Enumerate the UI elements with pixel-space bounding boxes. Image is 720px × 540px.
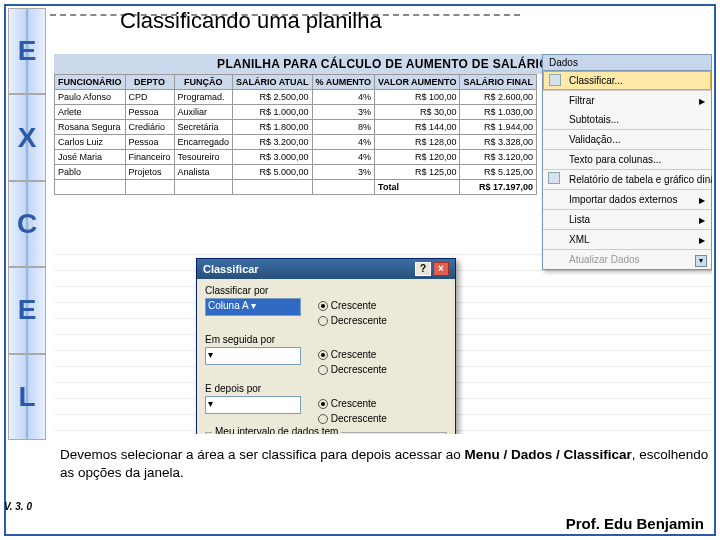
chevron-right-icon: ▶	[699, 214, 705, 227]
menu-item-validacao[interactable]: Validação...	[543, 129, 711, 149]
menu-tab-dados[interactable]: Dados	[543, 55, 711, 71]
salary-table[interactable]: FUNCIONÁRIO DEPTO FUNÇÃO SALÁRIO ATUAL %…	[54, 74, 537, 195]
chevron-right-icon: ▶	[699, 194, 705, 207]
pivot-icon	[548, 172, 560, 184]
side-letter: X	[8, 94, 46, 180]
slide-caption: Devemos selecionar a área a ser classifi…	[60, 446, 710, 482]
sort-dialog[interactable]: Classificar ? × Classificar por Coluna A…	[196, 258, 456, 434]
menu-item-filtrar[interactable]: Filtrar▶	[543, 90, 711, 110]
col-header[interactable]: SALÁRIO FINAL	[460, 75, 537, 90]
col-header[interactable]: FUNÇÃO	[174, 75, 233, 90]
sort-by-select[interactable]: Coluna A ▾	[205, 298, 301, 316]
dialog-title: Classificar	[203, 263, 259, 275]
professor-label: Prof. Edu Benjamin	[566, 515, 704, 532]
help-button[interactable]: ?	[415, 262, 431, 276]
then-by-label: Em seguida por	[205, 334, 447, 345]
col-header[interactable]: VALOR AUMENTO	[375, 75, 460, 90]
side-letter: E	[8, 8, 46, 94]
slide-title: Classificando uma planilha	[120, 8, 382, 34]
menu-expand-icon[interactable]: ▾	[695, 255, 707, 267]
table-row[interactable]: Carlos LuizPessoaEncarregadoR$ 3.200,004…	[55, 135, 537, 150]
range-legend: Meu intervalo de dados tem	[212, 426, 341, 434]
table-row[interactable]: Rosana SeguraCrediárioSecretáriaR$ 1.800…	[55, 120, 537, 135]
table-row[interactable]: Paulo AfonsoCPDProgramad.R$ 2.500,004%R$…	[55, 90, 537, 105]
menu-item-xml[interactable]: XML▶	[543, 229, 711, 249]
data-menu[interactable]: Dados Classificar... Filtrar▶ Subtotais.…	[542, 54, 712, 270]
table-row[interactable]: PabloProjetosAnalistaR$ 5.000,003%R$ 125…	[55, 165, 537, 180]
sort-icon	[549, 74, 561, 86]
menu-item-atualizar: Atualizar Dados	[543, 249, 711, 269]
then-by2-label: E depois por	[205, 383, 447, 394]
side-letter: L	[8, 354, 46, 440]
dialog-titlebar[interactable]: Classificar ? ×	[197, 259, 455, 279]
spreadsheet-area: PLANILHA PARA CÁLCULO DE AUMENTO DE SALÁ…	[54, 54, 712, 434]
radio-asc3[interactable]	[318, 399, 328, 409]
col-header[interactable]: % AUMENTO	[312, 75, 375, 90]
radio-desc[interactable]	[318, 316, 328, 326]
menu-item-subtotais[interactable]: Subtotais...	[543, 110, 711, 129]
then-by2-select[interactable]: ▾	[205, 396, 301, 414]
radio-asc[interactable]	[318, 301, 328, 311]
table-row[interactable]: ArletePessoaAuxiliarR$ 1.000,003%R$ 30,0…	[55, 105, 537, 120]
chevron-right-icon: ▶	[699, 234, 705, 247]
total-row[interactable]: TotalR$ 17.197,00	[55, 180, 537, 195]
sort-by-label: Classificar por	[205, 285, 447, 296]
side-letter: E	[8, 267, 46, 353]
col-header[interactable]: SALÁRIO ATUAL	[233, 75, 313, 90]
radio-desc2[interactable]	[318, 365, 328, 375]
radio-asc2[interactable]	[318, 350, 328, 360]
chevron-right-icon: ▶	[699, 95, 705, 108]
menu-item-lista[interactable]: Lista▶	[543, 209, 711, 229]
version-label: V. 3. 0	[4, 501, 32, 512]
menu-item-classificar[interactable]: Classificar...	[543, 71, 711, 90]
close-button[interactable]: ×	[433, 262, 449, 276]
menu-item-importar[interactable]: Importar dados externos▶	[543, 189, 711, 209]
col-header[interactable]: FUNCIONÁRIO	[55, 75, 126, 90]
col-header[interactable]: DEPTO	[125, 75, 174, 90]
menu-item-pivot[interactable]: Relatório de tabela e gráfico dinâmicos.…	[543, 169, 711, 189]
side-letter-bar: E X C E L	[8, 8, 46, 440]
then-by-select[interactable]: ▾	[205, 347, 301, 365]
menu-item-texto-colunas[interactable]: Texto para colunas...	[543, 149, 711, 169]
side-letter: C	[8, 181, 46, 267]
table-row[interactable]: José MariaFinanceiroTesoureiroR$ 3.000,0…	[55, 150, 537, 165]
radio-desc3[interactable]	[318, 414, 328, 424]
